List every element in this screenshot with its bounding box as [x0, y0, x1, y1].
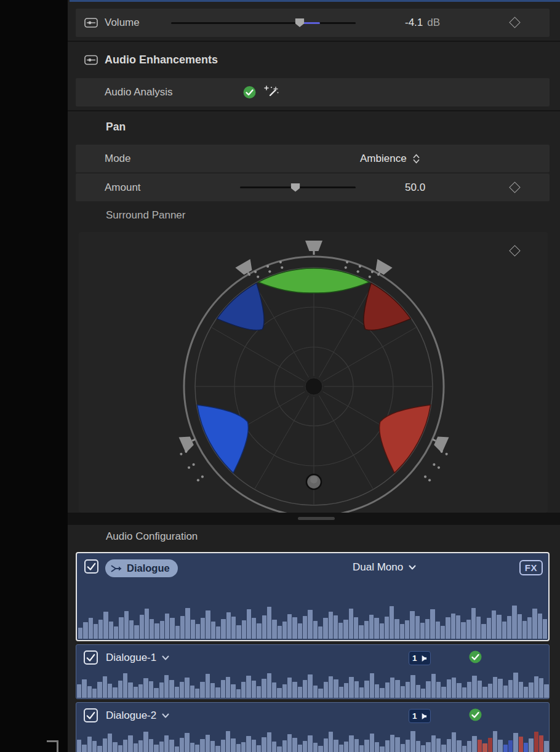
- pan-mode-value[interactable]: Ambience: [360, 153, 407, 165]
- track-card-dialogue-1[interactable]: Dialogue-1 1: [76, 644, 550, 699]
- analysis-ok-icon: [469, 650, 482, 663]
- speaker-glyph-front-right: [370, 259, 393, 280]
- audio-analysis-row: Audio Analysis: [76, 78, 550, 106]
- track-card-dialogue-2[interactable]: Dialogue-2 1: [76, 702, 550, 752]
- audio-inspector-panel: Volume -4.1dB Audio Enhancements Audio A…: [68, 0, 560, 752]
- channel-format-value[interactable]: Dual Mono: [353, 561, 403, 574]
- waveform-dialogue-1: [77, 671, 548, 698]
- channel-count-badge: 1: [409, 651, 431, 665]
- track-name-dropdown[interactable]: Dialogue-1: [106, 652, 169, 664]
- controls-icon: [84, 55, 98, 65]
- track-enable-checkbox[interactable]: [84, 650, 98, 665]
- track-name-dropdown[interactable]: Dialogue-2: [106, 710, 169, 722]
- enhance-wand-icon[interactable]: [263, 85, 279, 100]
- section-divider: [68, 41, 560, 42]
- volume-number[interactable]: -4.1: [405, 17, 423, 28]
- volume-label: Volume: [105, 17, 140, 29]
- chevron-down-icon: [162, 713, 169, 718]
- fx-badge[interactable]: FX: [519, 560, 543, 575]
- pan-mode-row: Mode Ambience: [76, 145, 550, 172]
- role-merge-arrow-icon: [111, 564, 122, 573]
- surround-panner-label: Surround Panner: [106, 209, 185, 222]
- track-card-dialogue[interactable]: Dialogue Dual Mono FX: [76, 552, 550, 641]
- track-name[interactable]: Dialogue-2: [106, 710, 156, 722]
- track-name[interactable]: Dialogue-1: [106, 652, 156, 664]
- role-pill-label: Dialogue: [127, 562, 170, 574]
- left-sidebar: [0, 0, 68, 752]
- volume-slider-thumb[interactable]: [295, 18, 305, 27]
- pan-amount-label: Amount: [105, 182, 141, 194]
- audio-configuration-header: Audio Configuration: [106, 530, 198, 543]
- volume-slider-track[interactable]: [171, 22, 356, 24]
- resize-separator[interactable]: [68, 513, 560, 525]
- waveform-dialogue: [78, 604, 547, 639]
- speaker-icon: [420, 713, 427, 720]
- speaker-glyph-center: [305, 241, 322, 255]
- track-enable-checkbox[interactable]: [84, 559, 98, 574]
- role-pill[interactable]: Dialogue: [105, 559, 178, 577]
- stepper-chevrons-icon[interactable]: [412, 153, 420, 165]
- audio-enhancements-title: Audio Enhancements: [105, 54, 218, 66]
- volume-unit: dB: [427, 17, 440, 28]
- pan-mode-popup[interactable]: Ambience: [360, 153, 420, 165]
- volume-row: Volume -4.1dB: [76, 9, 550, 37]
- surround-panner-canvas[interactable]: [79, 232, 548, 513]
- volume-value[interactable]: -4.1dB: [405, 17, 440, 29]
- section-divider: [68, 110, 560, 111]
- pan-amount-slider[interactable]: [240, 174, 356, 201]
- waveform-dialogue-2: [77, 729, 548, 752]
- track-enable-checkbox[interactable]: [84, 708, 98, 722]
- audio-analysis-label: Audio Analysis: [105, 86, 173, 98]
- analysis-ok-icon: [469, 708, 482, 721]
- analysis-ok-icon: [243, 86, 256, 99]
- speaker-icon: [420, 655, 427, 662]
- pan-header: Pan: [106, 121, 126, 134]
- inspector-screenshot: Volume -4.1dB Audio Enhancements Audio A…: [0, 0, 560, 752]
- selection-accent-line: [70, 0, 560, 2]
- timeline-fragment: [47, 740, 58, 752]
- drag-handle[interactable]: [298, 517, 335, 520]
- controls-icon: [84, 18, 98, 28]
- channel-count-badge: 1: [409, 709, 431, 723]
- pan-amount-keyframe-button[interactable]: [509, 182, 520, 193]
- checkmark-icon: [86, 561, 97, 572]
- chevron-down-icon: [162, 655, 169, 660]
- channel-count: 1: [412, 711, 417, 721]
- volume-slider-accent: [303, 22, 320, 24]
- surround-panner[interactable]: [79, 232, 548, 513]
- speaker-glyph-front-left: [235, 259, 257, 280]
- volume-keyframe-button[interactable]: [509, 17, 520, 28]
- channel-format-select[interactable]: Dual Mono: [353, 561, 416, 574]
- checkmark-icon: [86, 652, 96, 663]
- pan-mode-label: Mode: [105, 153, 131, 165]
- pan-amount-slider-thumb[interactable]: [291, 183, 300, 192]
- pan-amount-row: Amount 50.0: [76, 174, 550, 201]
- pan-amount-value[interactable]: 50.0: [405, 182, 425, 194]
- checkmark-icon: [86, 710, 96, 721]
- chevron-down-icon: [409, 565, 416, 570]
- audio-enhancements-header: Audio Enhancements: [84, 54, 218, 66]
- volume-slider[interactable]: [171, 9, 356, 37]
- channel-count: 1: [412, 654, 417, 663]
